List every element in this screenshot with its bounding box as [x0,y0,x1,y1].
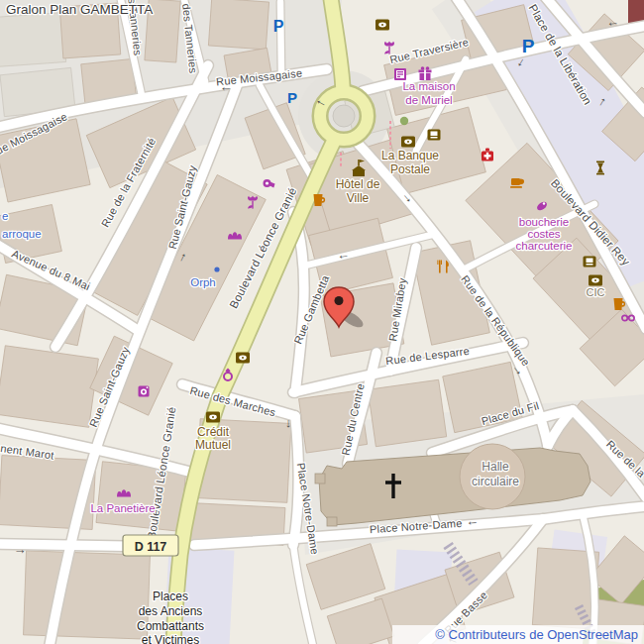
laundry-icon [139,386,150,397]
poi-label-maison-muriel: de Muriel [405,94,452,106]
poi-label-cic: CIC [587,286,605,298]
attribution-text[interactable]: © Contributeurs de OpenStreetMap [435,627,638,642]
bank-icon [206,412,220,423]
atm-icon [584,257,596,268]
poi-label-credit-mutuel: Mutuel [195,438,231,452]
poi-label-blue-partial: arroque [2,228,42,240]
atm-icon [428,130,441,141]
road-ref-badge: D 117 [123,535,178,556]
memorial-line: et Victimes [142,633,199,644]
parking-icon: P [273,18,284,35]
poi-label-banque-postale: La Banque [381,149,439,162]
poi-label-boucherie: boucherie [519,216,570,228]
bank-icon [401,137,415,148]
poi-label-blue-partial: e [2,210,8,222]
parking-icon: P [287,89,297,106]
road-ref-text: D 117 [135,540,167,554]
memorial-line: des Anciens [139,604,203,618]
tree-icon [400,117,408,125]
oneway-arrow-icon: ← [466,513,480,529]
poi-label-hotel-de-ville: Hôtel de [336,177,380,191]
bank-icon [589,275,602,286]
poi-dot-icon [214,267,219,271]
poi-label-banque-postale: Postale [390,162,430,176]
newsagent-icon [394,68,406,80]
poi-label-boucherie: costes [527,228,560,240]
oneway-arrow-icon: → [14,542,27,557]
poi-label-hotel-de-ville: Ville [347,191,370,205]
poi-label-halle: circulaire [472,475,519,488]
poi-label-boucherie: charcuterie [516,240,573,252]
poi-label-orpheon: Orph [190,276,216,288]
poi-label-maison-muriel: La maison [402,80,455,92]
poi-label-panetiere: La Panetière [90,502,155,514]
bank-icon [376,20,389,31]
attribution[interactable]: © Contributeurs de OpenStreetMap [392,625,644,644]
bank-icon [236,353,250,364]
memorial-line: Combattants [137,619,204,633]
page-title: Gralon Plan GAMBETTA [6,2,153,17]
oneway-arrow-icon: ← [605,13,620,30]
poi-label-halle: Halle [482,460,509,474]
oneway-arrow-icon: ← [336,246,351,263]
poi-label-credit-mutuel: Crédit [197,425,230,439]
memorial-line: Places [153,590,188,603]
oneway-arrow-icon: ↓ [285,415,292,430]
map-canvas[interactable]: P P P ← ← ↓ ↑ ↓ ← ↓ ← ↓ ← → ↑ ← des Tann… [0,0,644,644]
